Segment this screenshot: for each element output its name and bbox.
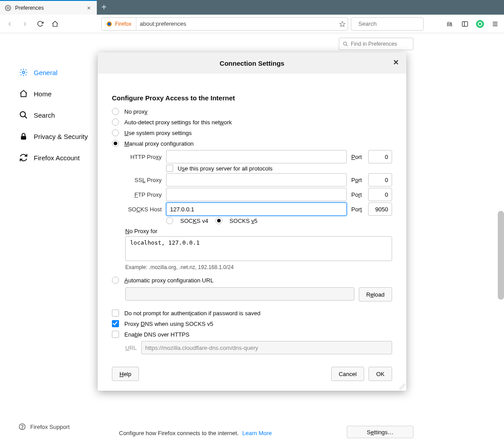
gear-icon [4, 4, 12, 12]
ftp-proxy-input[interactable] [166, 188, 347, 201]
section-heading: Configure Proxy Access to the Internet [112, 94, 392, 102]
help-button[interactable]: Help [112, 367, 139, 381]
socks5-label: SOCKS v5 [230, 218, 258, 224]
url-text: about:preferences [136, 20, 337, 27]
find-in-preferences[interactable]: Find in Preferences [339, 38, 413, 50]
no-proxy-textarea[interactable] [125, 236, 392, 261]
forward-button[interactable] [19, 18, 31, 30]
reload-button[interactable] [34, 18, 46, 30]
sidebar-label: Home [34, 90, 52, 98]
radio-pac[interactable]: Automatic proxy configuration URL [112, 275, 392, 285]
firefox-icon [106, 21, 112, 27]
radio-socks4[interactable] [166, 217, 173, 224]
ok-button[interactable]: OK [369, 367, 392, 381]
no-proxy-label: No Proxy for [125, 228, 392, 234]
sidebar-label: Privacy & Security [34, 133, 88, 140]
menu-icon[interactable] [490, 19, 500, 29]
cancel-button[interactable]: Cancel [331, 367, 364, 381]
reload-button[interactable]: Reload [359, 287, 392, 301]
resize-grip[interactable] [399, 384, 405, 390]
socks-host-label: SOCKS Host [119, 206, 162, 213]
checkbox-icon [112, 309, 119, 317]
firefox-support-link[interactable]: Firefox Support [19, 423, 70, 430]
home-button[interactable] [49, 18, 61, 30]
ssl-proxy-label: SSL Proxy [119, 177, 162, 183]
search-box[interactable] [351, 17, 424, 31]
svg-point-0 [7, 7, 9, 9]
network-desc-text: Configure how Firefox connects to the in… [119, 430, 239, 436]
preferences-sidebar: General Home Search Privacy & Security F… [0, 62, 98, 168]
sidebar-label: Firefox Account [34, 154, 79, 162]
sidebar-item-account[interactable]: Firefox Account [0, 147, 98, 168]
ssl-proxy-input[interactable] [166, 173, 347, 186]
sidebar-item-home[interactable]: Home [0, 83, 98, 104]
ftp-proxy-label: FTP Proxy [119, 191, 162, 198]
doh-url-input [141, 341, 392, 354]
checkbox-no-auth-prompt[interactable]: Do not prompt for authentication if pass… [112, 308, 392, 318]
library-icon[interactable] [444, 19, 455, 29]
sidebar-icon[interactable] [460, 19, 470, 29]
radio-no-proxy[interactable]: No proxy [112, 106, 392, 117]
sidebar-item-general[interactable]: General [0, 62, 98, 83]
checkbox-label: Enable DNS over HTTPS [124, 331, 190, 338]
close-icon[interactable]: ✕ [391, 58, 400, 67]
sync-icon [19, 153, 28, 163]
close-icon[interactable]: × [85, 4, 92, 12]
socks-host-input[interactable] [166, 202, 347, 216]
home-icon [19, 89, 28, 99]
radio-manual-proxy[interactable]: Manual proxy configuration [112, 138, 392, 149]
svg-rect-9 [21, 136, 26, 139]
radio-icon [112, 277, 119, 284]
checkbox-doh[interactable]: Enable DNS over HTTPS [112, 329, 392, 340]
tab-preferences[interactable]: Preferences × [0, 0, 97, 15]
new-tab-button[interactable]: + [97, 0, 111, 15]
checkbox-proxy-dns[interactable]: Proxy DNS when using SOCKS v5 [112, 318, 392, 329]
radio-auto-detect[interactable]: Auto-detect proxy settings for this netw… [112, 117, 392, 127]
radio-label: Auto-detect proxy settings for this netw… [124, 119, 232, 126]
http-proxy-input[interactable] [166, 150, 347, 163]
back-button[interactable] [4, 18, 16, 30]
dialog-footer: Help Cancel OK [98, 361, 406, 391]
sidebar-item-privacy[interactable]: Privacy & Security [0, 126, 98, 147]
port-label: Port [351, 206, 364, 213]
dialog-header: Connection Settings ✕ [98, 52, 406, 74]
http-proxy-label: HTTP Proxy [119, 154, 162, 160]
radio-label: No proxy [124, 108, 147, 115]
port-label: Port [351, 177, 364, 183]
radio-icon [112, 129, 119, 136]
pac-url-input [125, 287, 354, 301]
url-bar[interactable]: Firefox about:preferences [101, 17, 348, 31]
sidebar-item-search[interactable]: Search [0, 104, 98, 126]
ssl-port-input[interactable] [368, 173, 392, 186]
scrollbar[interactable] [498, 211, 504, 300]
svg-marker-3 [340, 21, 345, 27]
socks-port-input[interactable] [368, 202, 392, 216]
svg-rect-5 [462, 21, 468, 26]
dialog-title: Connection Settings [220, 59, 285, 67]
support-label: Firefox Support [30, 424, 70, 430]
radio-system-proxy[interactable]: Use system proxy settings [112, 127, 392, 138]
http-port-input[interactable] [368, 150, 392, 163]
settings-button[interactable]: Settings… [347, 426, 413, 438]
svg-point-11 [22, 428, 23, 429]
identity-box[interactable]: Firefox [102, 18, 136, 30]
radio-icon [112, 140, 119, 147]
bookmark-star-icon[interactable] [337, 21, 348, 27]
help-icon [19, 423, 26, 430]
svg-point-2 [108, 22, 111, 25]
port-label: Port [351, 154, 364, 160]
search-input[interactable] [357, 20, 434, 28]
svg-point-6 [344, 42, 347, 45]
radio-socks5[interactable] [215, 217, 222, 224]
nav-toolbar: Firefox about:preferences [0, 15, 504, 33]
ftp-port-input[interactable] [368, 188, 392, 201]
checkbox-label: Do not prompt for authentication if pass… [124, 310, 260, 317]
extension-icon[interactable] [475, 19, 485, 29]
use-all-checkbox[interactable] [166, 165, 173, 172]
checkbox-icon [112, 331, 119, 338]
lock-icon [19, 131, 28, 141]
doh-url-label: URL [120, 345, 137, 351]
gear-icon [19, 67, 28, 77]
learn-more-link[interactable]: Learn More [242, 430, 272, 436]
connection-settings-dialog: Connection Settings ✕ Configure Proxy Ac… [98, 52, 406, 391]
